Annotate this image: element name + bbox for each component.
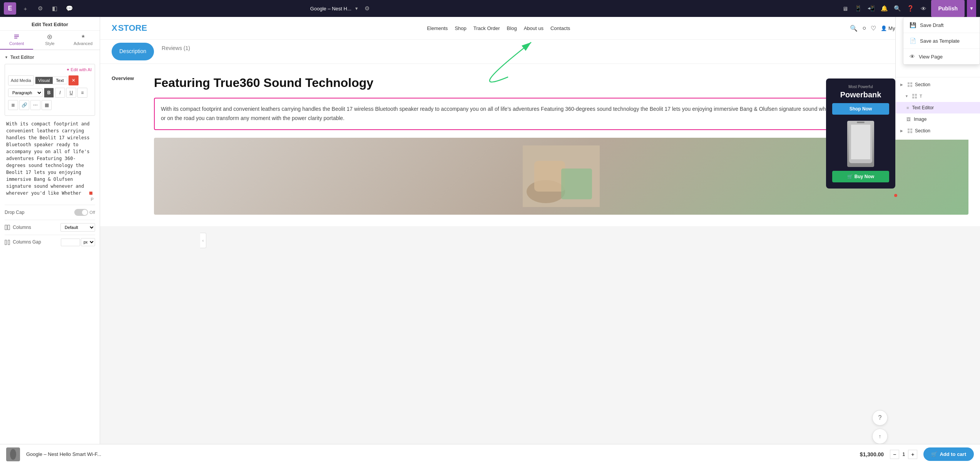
tab-reviews[interactable]: Reviews (1) (154, 40, 198, 63)
text-editor-comp-label: Text Editor (912, 105, 934, 110)
nav-blog[interactable]: Blog (507, 25, 517, 31)
search-icon[interactable]: 🔍 (892, 3, 903, 14)
drop-cap-label: Drop Cap (5, 210, 24, 215)
scroll-top-btn[interactable]: ↑ (872, 429, 888, 444)
add-to-cart-button[interactable]: 🛒 Add to cart (923, 447, 974, 461)
notifications-icon[interactable]: 🔔 (879, 3, 890, 14)
svg-rect-5 (5, 225, 7, 230)
help-float-btn[interactable]: ? (872, 410, 888, 426)
bottom-product-name: Google – Nest Hello Smart Wi-F... (26, 451, 101, 457)
heart-icon-header[interactable]: ♡ (871, 25, 876, 32)
store-nav: Elements Shop Track Order Blog About us … (427, 25, 570, 31)
banner-title: Powerbank (832, 90, 889, 99)
svg-rect-12 (561, 169, 592, 199)
more-btn[interactable]: ⋯ (30, 100, 40, 110)
unit-select[interactable]: px (81, 238, 95, 246)
elementor-logo[interactable]: E (4, 2, 16, 15)
rp-section-1[interactable]: ▶ Section (896, 79, 980, 90)
italic-btn[interactable]: I (55, 88, 65, 98)
delete-media-btn[interactable]: ✕ (69, 75, 79, 85)
banner-buy-btn[interactable]: 🛒 Buy Now (832, 171, 889, 182)
site-name-chevron: ▼ (355, 6, 359, 11)
tab-content[interactable]: Content (0, 31, 33, 50)
svg-rect-22 (912, 97, 914, 98)
view-page-item[interactable]: 👁 View Page (903, 49, 980, 64)
desktop-icon[interactable]: 🖥 (840, 3, 850, 14)
tab-content-label: Content (9, 41, 24, 46)
help-icon[interactable]: ❓ (905, 3, 916, 14)
xstore-logo: X STORE (112, 23, 147, 33)
columns-gap-label: Columns Gap (5, 239, 41, 245)
svg-rect-8 (8, 240, 10, 245)
format-select[interactable]: Paragraph (8, 88, 43, 97)
settings-btn[interactable]: ⚙ (35, 3, 45, 14)
gap-input[interactable] (61, 239, 80, 246)
svg-rect-26 (908, 131, 910, 133)
nav-elements[interactable]: Elements (427, 25, 448, 31)
visual-btn[interactable]: Visual (35, 77, 53, 84)
product-tabs: Description Reviews (1) (100, 40, 980, 64)
save-template-item[interactable]: 📄 Save as Template (903, 33, 980, 49)
tab-style[interactable]: Style (33, 31, 66, 50)
banner-phone-image (847, 121, 874, 167)
columns-select[interactable]: Default (60, 223, 95, 232)
site-selector[interactable]: Google – Nest H... ▼ ⚙ (310, 3, 373, 14)
svg-point-29 (10, 449, 16, 460)
add-media-btn[interactable]: Add Media (8, 75, 34, 85)
text-btn[interactable]: Text (53, 77, 67, 84)
mobile-icon[interactable]: 📲 (866, 3, 876, 14)
panel-collapse-handle[interactable]: ‹ (200, 233, 206, 248)
list-btn[interactable]: ≡ (77, 88, 87, 98)
add-element-btn[interactable]: + (20, 3, 31, 14)
publish-dropdown-btn[interactable]: ▼ (967, 0, 976, 17)
toggle-state-label: Off (90, 210, 95, 215)
section-expand-grid-icon (912, 93, 917, 99)
toggle-track[interactable] (74, 209, 88, 216)
extra-toolbar-row: ≣ 🔗 ⋯ ▦ (8, 100, 92, 110)
align-btn[interactable]: ≣ (8, 100, 18, 110)
banner-inner: Most Powerful Powerbank Shop Now 🛒 Buy N… (826, 78, 895, 189)
right-panel-overlay: 💾 Save Draft 📄 Save as Template 👁 View P… (895, 0, 980, 140)
qty-decrease-btn[interactable]: − (890, 450, 899, 459)
banner-buy-label: Buy Now (855, 174, 874, 179)
tablet-icon[interactable]: 📱 (853, 3, 863, 14)
logo-x: X (112, 23, 117, 33)
tab-advanced[interactable]: Advanced (67, 31, 100, 50)
layers-btn[interactable]: ◧ (49, 3, 60, 14)
save-draft-item[interactable]: 💾 Save Draft (903, 17, 980, 33)
link-btn[interactable]: 🔗 (19, 100, 29, 110)
svg-rect-27 (910, 131, 912, 133)
circle-icon-header[interactable]: ○ (862, 25, 866, 32)
rp-section-expand[interactable]: ▼ T (896, 90, 980, 102)
site-settings-icon[interactable]: ⚙ (362, 3, 373, 14)
publish-button[interactable]: Publish (931, 0, 965, 17)
view-page-label: View Page (919, 54, 943, 60)
image-component[interactable]: 🖼 Image (896, 113, 980, 125)
qty-increase-btn[interactable]: + (908, 450, 917, 459)
bold-btn[interactable]: B (44, 88, 54, 98)
text-editor-component[interactable]: ≡ Text Editor (896, 102, 980, 113)
canvas-red-dot (894, 194, 897, 197)
comments-btn[interactable]: 💬 (64, 3, 75, 14)
account-icon: 👤 (881, 25, 887, 31)
columns-gap-row: Columns Gap px (5, 235, 95, 249)
search-icon-header[interactable]: 🔍 (850, 25, 858, 32)
panel-content: Text Editor ✦ Edit with AI Add Media Vis… (0, 50, 100, 464)
svg-rect-19 (910, 85, 912, 87)
publish-dropdown-arrow-icon: ▼ (969, 6, 974, 11)
rp-section-2[interactable]: ▶ Section (896, 125, 980, 137)
table-btn[interactable]: ▦ (42, 100, 52, 110)
ai-edit-button[interactable]: ✦ Edit with AI (8, 67, 92, 72)
editor-textarea[interactable]: With its compact footprint and convenien… (5, 119, 95, 204)
nav-about[interactable]: About us (524, 25, 544, 31)
nav-contacts[interactable]: Contacts (550, 25, 570, 31)
tab-description[interactable]: Description (112, 43, 154, 60)
preview-icon[interactable]: 👁 (918, 3, 929, 14)
nav-track-order[interactable]: Track Order (473, 25, 500, 31)
banner-shop-btn[interactable]: Shop Now (832, 103, 889, 115)
nav-shop[interactable]: Shop (455, 25, 466, 31)
underline-btn[interactable]: U (66, 88, 76, 98)
toggle-thumb (82, 210, 87, 215)
drop-cap-toggle[interactable]: Off (74, 209, 95, 216)
bottom-bar: Google – Nest Hello Smart Wi-F... $1,300… (0, 444, 980, 464)
